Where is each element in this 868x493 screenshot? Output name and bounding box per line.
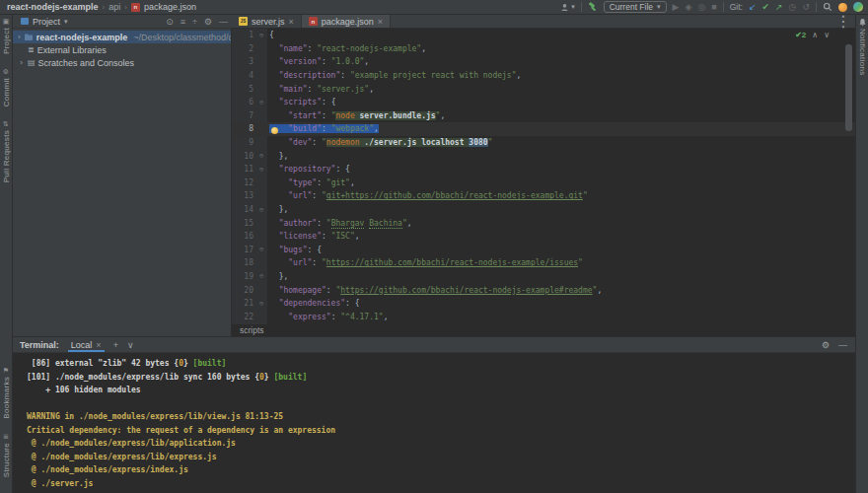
code-line[interactable]: 17⊖ "bugs": { (232, 244, 855, 257)
tool-window-label: Pull Requests (2, 130, 11, 182)
code-line[interactable]: 11⊖ "repository": { (232, 163, 855, 176)
code-line[interactable]: 5 "main": "server.js", (232, 82, 855, 96)
fold-marker-icon[interactable]: ⊖ (255, 152, 267, 160)
project-tree-row-scratches-and-consoles[interactable]: ›▤Scratches and Consoles (13, 56, 231, 69)
editor-tab-server-js[interactable]: JSserver.js× (232, 15, 302, 28)
git-commit-icon[interactable]: ✔ (762, 3, 770, 12)
fold-marker-icon[interactable]: ⊖ (255, 99, 267, 106)
rollback-icon[interactable]: ↺ (802, 3, 810, 12)
expand-all-icon[interactable]: ÷ (192, 17, 197, 27)
code-line[interactable]: 19⊖ }, (232, 270, 855, 284)
code-line[interactable]: 10⊖ }, (232, 149, 855, 163)
close-icon[interactable]: × (378, 17, 383, 27)
locate-file-icon[interactable]: ⊙ (166, 17, 174, 27)
code-line[interactable]: 20 "homepage": "https://github.com/bbach… (232, 283, 855, 297)
code-token: }, (269, 205, 288, 214)
plugin-icon-multicolor[interactable] (853, 2, 863, 12)
fold-marker-icon[interactable]: ⊖ (255, 272, 267, 280)
hide-terminal-icon[interactable]: — (838, 340, 847, 350)
user-account-icon[interactable]: ▾ (560, 3, 575, 12)
debug-button[interactable]: ◈ (686, 3, 692, 12)
chevron-down-icon[interactable]: ▾ (64, 18, 68, 26)
terminal-settings-gear-icon[interactable]: ⚙ (822, 340, 830, 350)
breadcrumb-folder[interactable]: api (108, 2, 120, 12)
next-problem-icon[interactable]: ∨ (824, 31, 830, 39)
code-line[interactable]: 1⊖{ (232, 29, 855, 42)
project-tree-row-react-nodejs-example[interactable]: ›react-nodejs-example~/Desktop/classmeth… (13, 31, 231, 43)
tool-window-button-project[interactable]: ▣Project (2, 18, 11, 54)
code-line[interactable]: 22 "express": "^4.17.1", (232, 310, 855, 323)
terminal-tab-local[interactable]: Local × (68, 337, 105, 352)
line-number: 4 (232, 71, 255, 80)
fold-marker-icon[interactable]: ⊖ (255, 246, 267, 253)
stop-button[interactable]: ■ (711, 3, 716, 12)
tool-window-button-notifications[interactable]: Notifications (858, 18, 867, 75)
code-token (269, 191, 288, 200)
run-button[interactable]: ▶ (673, 3, 680, 12)
fold-marker-icon[interactable]: ⊖ (255, 32, 267, 39)
line-number: 10 (232, 152, 255, 161)
editor-tab-package-json[interactable]: npackage.json× (302, 15, 391, 28)
history-icon[interactable]: ◷ (789, 3, 797, 12)
breadcrumb-scripts[interactable]: scripts (240, 325, 264, 335)
tool-window-button-bookmarks[interactable]: ⚑Bookmarks (2, 367, 11, 419)
coverage-button[interactable]: ◎ (697, 3, 705, 12)
editor-scrollbar[interactable] (845, 44, 852, 131)
code-editor[interactable]: 1⊖{2 "name": "react-nodejs-example",3 "v… (232, 29, 855, 324)
collapse-all-icon[interactable]: ≡ (181, 17, 185, 27)
tree-expand-chevron-icon[interactable]: › (18, 33, 21, 41)
tree-expand-chevron-icon[interactable]: › (18, 58, 25, 67)
code-line[interactable]: 12 "type": "git", (232, 176, 855, 190)
project-tree: ›react-nodejs-example~/Desktop/classmeth… (13, 29, 232, 336)
fold-marker-icon[interactable]: ⊖ (255, 166, 267, 174)
tool-window-button-structure[interactable]: ≣Structure (2, 433, 11, 477)
code-line[interactable]: 7 "start": "node server.bundle.js", (232, 109, 855, 123)
code-line[interactable]: 3 "version": "1.0.0", (232, 55, 855, 69)
breadcrumb-project[interactable]: react-nodejs-example (7, 2, 99, 12)
line-number: 5 (232, 85, 255, 94)
fold-marker-icon[interactable]: ⊖ (255, 300, 267, 308)
code-line[interactable]: 18 "url": "https://github.com/bbachi/rea… (232, 256, 855, 270)
code-line[interactable]: 15 "author": "Bhargav Bachina", (232, 216, 855, 230)
code-token: ./server.js localhost (364, 138, 469, 147)
hide-panel-icon[interactable]: — (219, 17, 228, 27)
editor-breadcrumb[interactable]: scripts (232, 324, 855, 336)
code-line[interactable]: 21⊖ "dependencies": { (232, 297, 855, 311)
code-token (269, 44, 279, 53)
build-hammer-icon[interactable] (588, 2, 598, 12)
code-line[interactable]: 9 "dev": "nodemon ./server.js localhost … (232, 136, 855, 150)
breadcrumb-file[interactable]: package.json (144, 2, 196, 12)
project-view-icon (21, 18, 29, 25)
fold-marker-icon[interactable]: ⊖ (255, 206, 267, 214)
git-update-icon[interactable]: ↙ (749, 3, 757, 12)
tool-window-button-pull-requests[interactable]: ⇅Pull Requests (2, 120, 11, 182)
tab-label: package.json (322, 17, 374, 27)
terminal-output[interactable]: [86] external "zlib" 42 bytes {0} [built… (13, 353, 855, 490)
tab-options-kebab-icon[interactable]: ⋮ (832, 15, 855, 28)
code-text: }, (267, 152, 288, 161)
inspections-widget[interactable]: ✔2 ∧ ∨ (795, 31, 830, 39)
git-push-icon[interactable]: ↗ (775, 3, 783, 12)
code-line[interactable]: 14⊖ }, (232, 203, 855, 217)
terminal-dropdown-icon[interactable]: ∨ (127, 340, 134, 350)
tool-window-button-commit[interactable]: ⊚Commit (2, 68, 11, 106)
close-icon[interactable]: × (96, 340, 101, 350)
code-line[interactable]: 13 "url": "git+https://github.com/bbachi… (232, 189, 855, 203)
code-token: "^4.17.1" (340, 313, 383, 321)
panel-settings-gear-icon[interactable]: ⚙ (204, 17, 212, 27)
run-configuration-select[interactable]: Current File ▾ (604, 1, 667, 13)
project-panel-title[interactable]: Project (33, 17, 60, 27)
code-line[interactable]: 4 "description": "example project react … (232, 69, 855, 83)
prev-problem-icon[interactable]: ∧ (812, 31, 818, 39)
code-line[interactable]: 16 "license": "ISC", (232, 230, 855, 244)
code-token: "example project react with nodejs" (350, 71, 517, 80)
search-everywhere-icon[interactable] (823, 2, 832, 12)
code-line[interactable]: 2 "name": "react-nodejs-example", (232, 42, 855, 56)
close-icon[interactable]: × (289, 17, 294, 27)
terminal-text: @ ./server.js (27, 479, 93, 488)
code-line[interactable]: 8 "build": "webpack", (232, 122, 855, 136)
project-tree-row-external-libraries[interactable]: ›≣External Libraries (13, 43, 231, 56)
code-line[interactable]: 6⊖ "scripts": { (232, 96, 855, 109)
new-terminal-session-button[interactable]: + (113, 340, 118, 350)
plugin-icon-orange[interactable] (838, 3, 847, 12)
